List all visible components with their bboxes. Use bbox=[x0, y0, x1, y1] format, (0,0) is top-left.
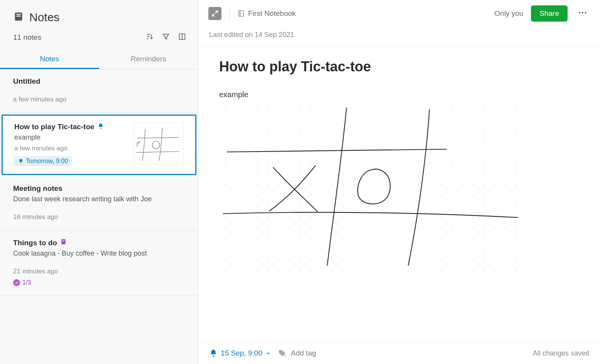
tab-reminders[interactable]: Reminders bbox=[99, 50, 198, 69]
note-time: a few minutes ago bbox=[13, 96, 185, 103]
note-snippet: Cook lasagna - Buy coffee - Write blog p… bbox=[13, 249, 185, 258]
notes-icon bbox=[13, 11, 24, 24]
task-progress-chip: 1/3 bbox=[13, 279, 31, 286]
chevron-down-icon bbox=[265, 351, 271, 356]
note-item-selected[interactable]: How to play Tic-tac-toe example a few mi… bbox=[2, 115, 196, 175]
note-title: How to play Tic-tac-toe bbox=[14, 123, 128, 131]
svg-point-9 bbox=[579, 12, 580, 13]
view-toggle-icon[interactable] bbox=[178, 32, 186, 42]
document-title[interactable]: How to play Tic-tac-toe bbox=[219, 59, 579, 75]
note-snippet: example bbox=[14, 133, 128, 142]
svg-text:+: + bbox=[284, 353, 286, 358]
note-item[interactable]: Things to do Cook lasagna - Buy coffee -… bbox=[0, 231, 198, 296]
note-snippet: Done last week research writing talk wit… bbox=[13, 195, 185, 203]
note-item[interactable]: Untitled a few minutes ago bbox=[0, 69, 198, 113]
sidebar-toolbar: 11 notes bbox=[0, 27, 198, 50]
svg-rect-2 bbox=[16, 16, 21, 17]
svg-rect-6 bbox=[61, 239, 66, 244]
sidebar: Notes 11 notes Notes Reminders Untitled … bbox=[0, 0, 198, 364]
document-body[interactable]: example bbox=[219, 90, 579, 99]
svg-point-11 bbox=[585, 12, 586, 13]
note-time: 21 minutes ago bbox=[13, 268, 185, 275]
note-item[interactable]: Meeting notes Done last week research wr… bbox=[0, 177, 198, 231]
svg-rect-1 bbox=[16, 14, 21, 15]
add-tag-button[interactable]: + Add tag bbox=[278, 349, 316, 358]
notebook-link[interactable]: First Notebook bbox=[237, 9, 296, 18]
save-status: All changes saved bbox=[533, 349, 589, 357]
note-title: Meeting notes bbox=[13, 184, 185, 193]
svg-point-5 bbox=[152, 141, 160, 149]
sidebar-title: Notes bbox=[29, 11, 59, 24]
more-options-button[interactable] bbox=[575, 8, 590, 19]
tasks-icon bbox=[60, 238, 67, 247]
note-list: Untitled a few minutes ago How to play T… bbox=[0, 69, 198, 364]
main-panel: First Notebook Only you Share Last edite… bbox=[198, 0, 600, 364]
expand-button[interactable] bbox=[208, 7, 221, 20]
only-you-button[interactable]: Only you bbox=[494, 9, 523, 18]
bell-icon bbox=[98, 123, 104, 131]
tab-notes[interactable]: Notes bbox=[0, 50, 99, 69]
reminder-button[interactable]: 15 Sep, 9:00 bbox=[209, 349, 271, 357]
sidebar-tabs: Notes Reminders bbox=[0, 50, 198, 69]
share-button[interactable]: Share bbox=[531, 5, 568, 22]
note-title: Untitled bbox=[13, 77, 185, 86]
bottombar: 15 Sep, 9:00 + Add tag All changes saved bbox=[198, 342, 600, 364]
sketch-canvas[interactable] bbox=[219, 104, 520, 273]
sort-icon[interactable] bbox=[145, 32, 154, 42]
svg-rect-7 bbox=[239, 11, 243, 17]
note-title: Things to do bbox=[13, 238, 185, 247]
topbar: First Notebook Only you Share bbox=[198, 0, 600, 27]
note-thumbnail bbox=[134, 123, 184, 165]
filter-icon[interactable] bbox=[162, 32, 170, 42]
divider bbox=[229, 8, 230, 19]
svg-point-10 bbox=[582, 12, 583, 13]
note-time: 16 minutes ago bbox=[13, 213, 185, 221]
note-time: a few minutes ago bbox=[14, 145, 128, 152]
note-count: 11 notes bbox=[13, 33, 41, 42]
reminder-chip[interactable]: Tomorrow, 9:00 bbox=[14, 156, 72, 166]
sidebar-header: Notes bbox=[0, 0, 198, 27]
last-edited: Last edited on 14 Sep 2021 bbox=[198, 27, 600, 47]
editor[interactable]: How to play Tic-tac-toe example bbox=[198, 47, 600, 342]
